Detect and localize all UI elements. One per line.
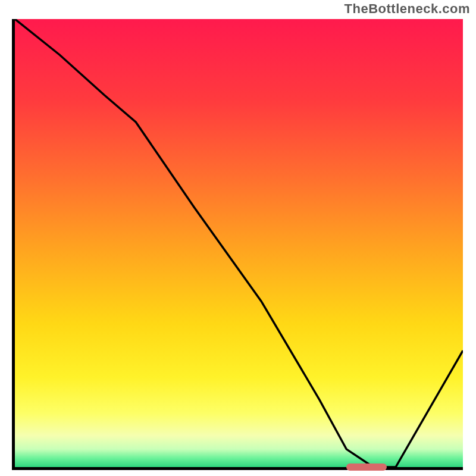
watermark-text: TheBottleneck.com bbox=[345, 1, 470, 17]
curve-path bbox=[15, 19, 463, 467]
plot-area bbox=[12, 19, 463, 470]
curve-svg bbox=[15, 19, 463, 467]
chart-container: TheBottleneck.com bbox=[0, 0, 476, 476]
optimum-marker bbox=[346, 464, 387, 471]
